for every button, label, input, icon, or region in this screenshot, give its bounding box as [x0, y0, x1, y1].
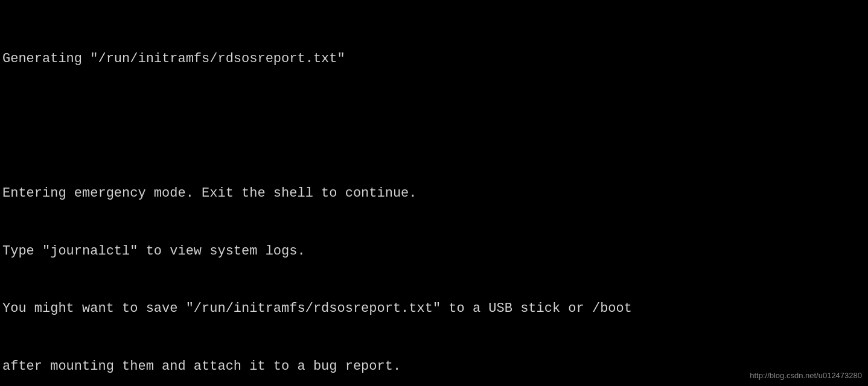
terminal-output: Generating "/run/initramfs/rdsosreport.t… [0, 0, 868, 386]
terminal-line-1: Generating "/run/initramfs/rdsosreport.t… [2, 49, 863, 69]
terminal-line-4: Entering emergency mode. Exit the shell … [2, 184, 863, 203]
terminal-line-6: You might want to save "/run/initramfs/r… [2, 299, 863, 318]
terminal-line-5: Type "journalctl" to view system logs. [2, 242, 863, 261]
terminal-line-7: after mounting them and attach it to a b… [2, 357, 863, 376]
watermark: http://blog.csdn.net/u012473280 [750, 371, 862, 380]
